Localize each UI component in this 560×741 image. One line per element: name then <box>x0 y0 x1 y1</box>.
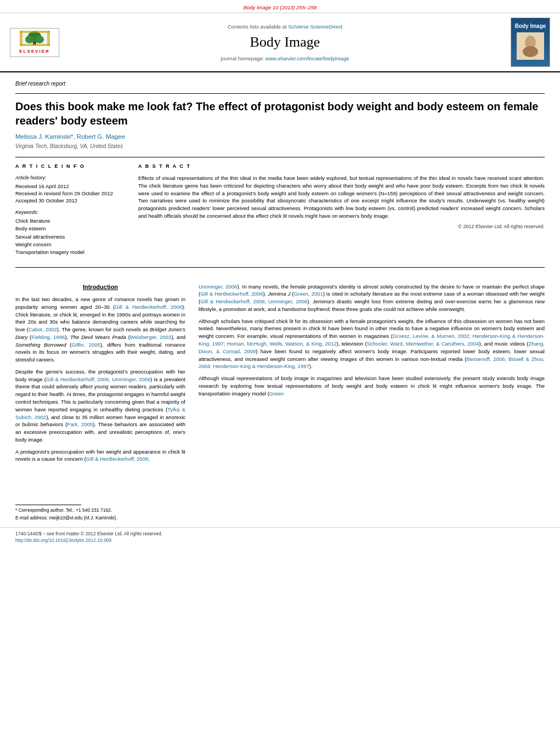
left-column: Introduction In the last two decades, a … <box>15 283 185 523</box>
keywords-group: Keywords: Chick literature Body esteem S… <box>15 209 125 256</box>
received-date: Received 16 April 2012 <box>15 183 125 190</box>
journal-name: Body Image <box>69 32 501 52</box>
intro-para2: Despite the genre's success, the protago… <box>15 368 185 444</box>
footer-bar: 1740-1445/$ – see front matter © 2012 El… <box>0 527 560 547</box>
affiliation: Virginia Tech, Blacksburg, VA, United St… <box>15 143 545 150</box>
elsevier-header: ELSEVIER Contents lists available at Sci… <box>0 13 560 72</box>
cover-title: Body Image <box>515 22 546 30</box>
journal-homepage: journal homepage: www.elsevier.com/locat… <box>69 55 501 62</box>
copyright: © 2012 Elsevier Ltd. All rights reserved… <box>138 223 545 230</box>
svg-point-11 <box>523 46 538 57</box>
keyword-3: Sexual attractiveness <box>15 233 125 240</box>
footnote-star: * Corresponding author. Tel.: +1 540 231… <box>15 507 185 514</box>
article-info: A R T I C L E I N F O Article history: R… <box>15 163 125 260</box>
abstract-section: A B S T R A C T Effects of visual repres… <box>138 163 545 260</box>
svg-point-2 <box>25 36 34 43</box>
footer-doi[interactable]: http://dx.doi.org/10.1016/j.bodyim.2012.… <box>15 538 111 543</box>
section-label: Brief research report <box>15 80 545 88</box>
footer-issn: 1740-1445/$ – see front matter © 2012 El… <box>15 531 162 536</box>
homepage-link[interactable]: www.elsevier.com/locate/bodyimage <box>265 55 349 61</box>
cover-image <box>517 32 544 60</box>
right-para2: Although scholars have critiqued chick l… <box>199 318 545 370</box>
elsevier-wordmark: ELSEVIER <box>13 48 56 54</box>
keyword-4: Weight concern <box>15 241 125 248</box>
svg-rect-8 <box>20 44 50 46</box>
article-title: Does this book make me look fat? The eff… <box>15 99 545 128</box>
intro-para1: In the last two decades, a new genre of … <box>15 296 185 364</box>
footnote-email: E-mail address: meijk10@vt.edu (M.J. Kam… <box>15 515 185 522</box>
sciverse-line: Contents lists available at SciVerse Sci… <box>69 23 501 30</box>
right-column: Umminger, 2006). In many novels, the fem… <box>199 283 545 523</box>
article-content: Brief research report Does this book mak… <box>0 72 560 280</box>
svg-rect-5 <box>20 31 22 46</box>
history-label: Article history: <box>15 174 125 182</box>
elsevier-tree-icon <box>20 31 50 46</box>
revised-date: Received in revised form 29 October 2012 <box>15 190 125 197</box>
svg-rect-7 <box>20 31 50 33</box>
keyword-1: Chick literature <box>15 217 125 224</box>
article-info-heading: A R T I C L E I N F O <box>15 163 125 170</box>
svg-rect-6 <box>47 31 50 46</box>
header-center: Contents lists available at SciVerse Sci… <box>69 23 501 62</box>
authors: Melissa J. Kaminski*, Robert G. Magee <box>15 132 545 141</box>
top-bar: Body Image 10 (2013) 255–258 <box>0 0 560 13</box>
intro-heading: Introduction <box>15 283 185 291</box>
accepted-date: Accepted 30 October 2012 <box>15 197 125 204</box>
footnote-divider <box>15 505 81 505</box>
body-section: Introduction In the last two decades, a … <box>0 283 560 523</box>
keyword-5: Transportation imagery model <box>15 248 125 256</box>
abstract-heading: A B S T R A C T <box>138 163 545 170</box>
article-history: Article history: Received 16 April 2012 … <box>15 174 125 204</box>
right-para1: Umminger, 2006). In many novels, the fem… <box>199 283 545 313</box>
journal-cover: Body Image <box>511 18 550 67</box>
right-para3: Although visual representations of body … <box>199 375 545 397</box>
abstract-text: Effects of visual representations of the… <box>138 174 545 220</box>
elsevier-logo: ELSEVIER <box>10 28 59 58</box>
svg-point-3 <box>35 36 44 43</box>
sciverse-link[interactable]: SciVerse ScienceDirect <box>288 24 342 30</box>
page: Body Image 10 (2013) 255–258 <box>0 0 560 741</box>
keyword-2: Body esteem <box>15 225 125 232</box>
keywords-label: Keywords: <box>15 209 125 216</box>
info-section: A R T I C L E I N F O Article history: R… <box>15 163 545 260</box>
journal-ref: Body Image 10 (2013) 255–258 <box>244 4 317 10</box>
intro-para3: A protagonist's preoccupation with her w… <box>15 448 185 463</box>
